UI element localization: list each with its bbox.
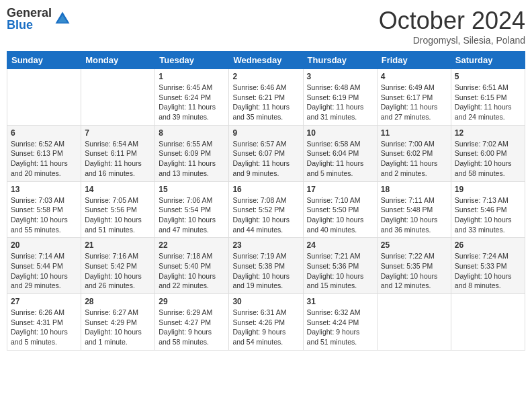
day-info: Sunrise: 7:02 AMSunset: 6:00 PMDaylight:… (455, 139, 521, 179)
day-info: Sunrise: 6:48 AMSunset: 6:19 PMDaylight:… (307, 83, 373, 122)
day-number: 3 (307, 72, 373, 81)
day-info: Sunrise: 7:24 AMSunset: 5:33 PMDaylight:… (455, 251, 521, 291)
title-area: October 2024 Drogomysl, Silesia, Poland (379, 7, 525, 46)
day-number: 18 (381, 185, 447, 194)
day-info: Sunrise: 6:27 AMSunset: 4:29 PMDaylight:… (85, 308, 151, 347)
logo-icon (53, 9, 72, 28)
calendar-cell: 18Sunrise: 7:11 AMSunset: 5:48 PMDayligh… (377, 181, 451, 238)
header-friday: Friday (377, 52, 451, 69)
day-number: 22 (159, 240, 225, 250)
day-info: Sunrise: 7:10 AMSunset: 5:50 PMDaylight:… (307, 195, 373, 235)
day-info: Sunrise: 7:08 AMSunset: 5:52 PMDaylight:… (232, 195, 299, 235)
day-number: 27 (11, 297, 77, 306)
day-info: Sunrise: 6:54 AMSunset: 6:11 PMDaylight:… (85, 139, 151, 179)
day-number: 30 (232, 297, 299, 306)
calendar-cell: 14Sunrise: 7:05 AMSunset: 5:56 PMDayligh… (81, 181, 155, 238)
day-info: Sunrise: 6:46 AMSunset: 6:21 PMDaylight:… (232, 83, 299, 122)
calendar-cell: 26Sunrise: 7:24 AMSunset: 5:33 PMDayligh… (451, 238, 525, 294)
header-sunday: Sunday (7, 52, 81, 69)
day-info: Sunrise: 7:13 AMSunset: 5:46 PMDaylight:… (455, 195, 521, 235)
day-number: 13 (11, 185, 77, 194)
day-number: 16 (232, 185, 299, 194)
day-number: 9 (232, 128, 299, 138)
calendar-cell: 28Sunrise: 6:27 AMSunset: 4:29 PMDayligh… (81, 294, 155, 351)
day-number: 29 (159, 297, 225, 306)
location: Drogomysl, Silesia, Poland (379, 35, 525, 46)
day-info: Sunrise: 7:22 AMSunset: 5:35 PMDaylight:… (381, 251, 447, 291)
calendar-cell: 9Sunrise: 6:57 AMSunset: 6:07 PMDaylight… (229, 125, 303, 181)
calendar-header-row: Sunday Monday Tuesday Wednesday Thursday… (7, 52, 525, 69)
header-saturday: Saturday (451, 52, 525, 69)
day-number: 15 (159, 185, 225, 194)
day-number: 25 (381, 240, 447, 250)
day-info: Sunrise: 6:51 AMSunset: 6:15 PMDaylight:… (455, 83, 521, 122)
header-thursday: Thursday (303, 52, 377, 69)
day-info: Sunrise: 6:49 AMSunset: 6:17 PMDaylight:… (381, 83, 447, 122)
day-info: Sunrise: 6:31 AMSunset: 4:26 PMDaylight:… (232, 308, 299, 347)
calendar-table: Sunday Monday Tuesday Wednesday Thursday… (7, 51, 525, 351)
day-number: 10 (307, 128, 373, 138)
day-number: 28 (85, 297, 151, 306)
calendar-cell (81, 69, 155, 126)
day-number: 4 (381, 72, 447, 81)
day-info: Sunrise: 6:52 AMSunset: 6:13 PMDaylight:… (11, 139, 77, 179)
day-number: 8 (159, 128, 225, 138)
day-info: Sunrise: 6:58 AMSunset: 6:04 PMDaylight:… (307, 139, 373, 179)
header-tuesday: Tuesday (155, 52, 229, 69)
calendar-cell: 5Sunrise: 6:51 AMSunset: 6:15 PMDaylight… (451, 69, 525, 126)
calendar-cell (451, 294, 525, 351)
day-info: Sunrise: 6:45 AMSunset: 6:24 PMDaylight:… (159, 83, 225, 122)
calendar-cell: 25Sunrise: 7:22 AMSunset: 5:35 PMDayligh… (377, 238, 451, 294)
calendar-week-row: 27Sunrise: 6:26 AMSunset: 4:31 PMDayligh… (7, 294, 525, 351)
day-info: Sunrise: 7:18 AMSunset: 5:40 PMDaylight:… (159, 251, 225, 291)
day-number: 6 (11, 128, 77, 138)
calendar-cell: 1Sunrise: 6:45 AMSunset: 6:24 PMDaylight… (155, 69, 229, 126)
calendar-cell: 21Sunrise: 7:16 AMSunset: 5:42 PMDayligh… (81, 238, 155, 294)
page-header: General Blue October 2024 Drogomysl, Sil… (7, 7, 525, 46)
calendar-cell: 11Sunrise: 7:00 AMSunset: 6:02 PMDayligh… (377, 125, 451, 181)
calendar-cell: 15Sunrise: 7:06 AMSunset: 5:54 PMDayligh… (155, 181, 229, 238)
calendar-cell: 3Sunrise: 6:48 AMSunset: 6:19 PMDaylight… (303, 69, 377, 126)
day-info: Sunrise: 6:26 AMSunset: 4:31 PMDaylight:… (11, 308, 77, 347)
calendar-cell (7, 69, 81, 126)
day-info: Sunrise: 7:06 AMSunset: 5:54 PMDaylight:… (159, 195, 225, 235)
day-number: 7 (85, 128, 151, 138)
day-number: 26 (455, 240, 521, 250)
month-title: October 2024 (379, 7, 525, 35)
calendar-week-row: 1Sunrise: 6:45 AMSunset: 6:24 PMDaylight… (7, 69, 525, 126)
day-info: Sunrise: 7:14 AMSunset: 5:44 PMDaylight:… (11, 251, 77, 291)
day-number: 14 (85, 185, 151, 194)
calendar-cell: 6Sunrise: 6:52 AMSunset: 6:13 PMDaylight… (7, 125, 81, 181)
calendar-cell: 8Sunrise: 6:55 AMSunset: 6:09 PMDaylight… (155, 125, 229, 181)
header-monday: Monday (81, 52, 155, 69)
day-number: 17 (307, 185, 373, 194)
calendar-cell: 27Sunrise: 6:26 AMSunset: 4:31 PMDayligh… (7, 294, 81, 351)
day-number: 24 (307, 240, 373, 250)
calendar-cell: 4Sunrise: 6:49 AMSunset: 6:17 PMDaylight… (377, 69, 451, 126)
day-info: Sunrise: 7:16 AMSunset: 5:42 PMDaylight:… (85, 251, 151, 291)
calendar-week-row: 6Sunrise: 6:52 AMSunset: 6:13 PMDaylight… (7, 125, 525, 181)
calendar-cell: 30Sunrise: 6:31 AMSunset: 4:26 PMDayligh… (229, 294, 303, 351)
calendar-week-row: 20Sunrise: 7:14 AMSunset: 5:44 PMDayligh… (7, 238, 525, 294)
logo-general-text: General (7, 7, 52, 19)
day-number: 20 (11, 240, 77, 250)
calendar-cell: 19Sunrise: 7:13 AMSunset: 5:46 PMDayligh… (451, 181, 525, 238)
calendar-cell: 2Sunrise: 6:46 AMSunset: 6:21 PMDaylight… (229, 69, 303, 126)
day-number: 11 (381, 128, 447, 138)
calendar-cell: 20Sunrise: 7:14 AMSunset: 5:44 PMDayligh… (7, 238, 81, 294)
day-number: 21 (85, 240, 151, 250)
day-info: Sunrise: 7:00 AMSunset: 6:02 PMDaylight:… (381, 139, 447, 179)
logo-blue-text: Blue (7, 19, 52, 31)
logo: General Blue (7, 7, 72, 31)
calendar-cell: 29Sunrise: 6:29 AMSunset: 4:27 PMDayligh… (155, 294, 229, 351)
day-info: Sunrise: 6:29 AMSunset: 4:27 PMDaylight:… (159, 308, 225, 347)
day-number: 2 (232, 72, 299, 81)
calendar-cell: 24Sunrise: 7:21 AMSunset: 5:36 PMDayligh… (303, 238, 377, 294)
day-number: 19 (455, 185, 521, 194)
day-number: 1 (159, 72, 225, 81)
calendar-cell: 16Sunrise: 7:08 AMSunset: 5:52 PMDayligh… (229, 181, 303, 238)
day-info: Sunrise: 7:11 AMSunset: 5:48 PMDaylight:… (381, 195, 447, 235)
day-number: 5 (455, 72, 521, 81)
day-info: Sunrise: 6:55 AMSunset: 6:09 PMDaylight:… (159, 139, 225, 179)
day-number: 23 (232, 240, 299, 250)
